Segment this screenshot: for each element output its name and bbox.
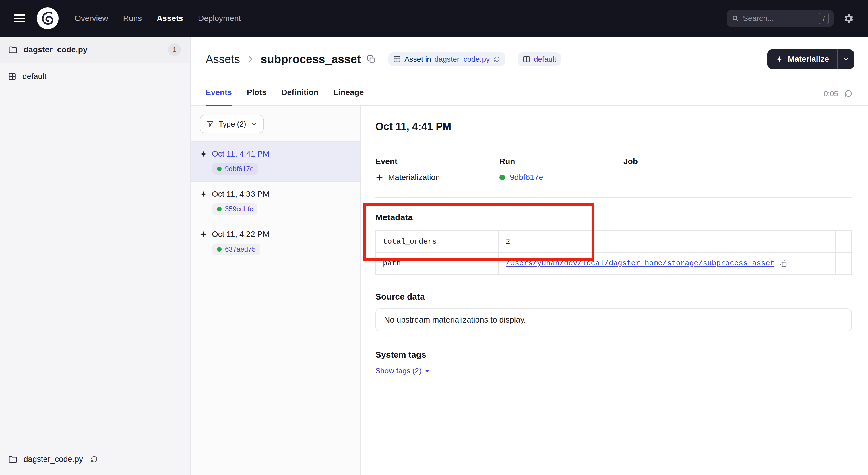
nav-runs[interactable]: Runs [123,14,142,23]
tab-plots[interactable]: Plots [247,88,267,105]
tabs-bar: Events Plots Definition Lineage 0:05 [191,81,868,106]
event-list-item[interactable]: Oct 11, 4:41 PM 9dbf617e [191,142,360,182]
source-data-empty-message: No upstream materializations to display. [375,308,852,331]
run-value: 9dbf617e [499,173,623,182]
reload-code-location-icon[interactable] [90,455,98,464]
filter-bar: Type (2) [191,106,360,142]
materialize-button-group: Materialize [767,50,854,69]
folder-icon [8,45,18,55]
event-item-header: Oct 11, 4:33 PM [200,189,351,199]
tab-events[interactable]: Events [206,88,232,105]
sidebar-item-label: dagster_code.py [24,45,88,54]
nav-overview[interactable]: Overview [74,14,108,23]
materialize-button[interactable]: Materialize [767,50,837,69]
event-detail-title: Oct 11, 4:41 PM [375,121,852,133]
metadata-extra-cell [836,231,851,253]
show-tags-toggle[interactable]: Show tags (2) [375,366,429,375]
tab-lineage[interactable]: Lineage [333,88,364,105]
refresh-icon[interactable] [844,89,853,98]
job-column: Job — [623,157,852,182]
chevron-down-icon [842,56,849,63]
run-id-chip[interactable]: 359cdbfc [212,203,257,215]
run-id-link[interactable]: 637aed75 [225,245,256,253]
run-id-link[interactable]: 9dbf617e [225,165,254,173]
dagster-logo-icon [37,7,59,29]
search-box[interactable]: / [727,10,834,27]
event-timestamp: Oct 11, 4:22 PM [212,230,269,239]
nav-deployment[interactable]: Deployment [198,14,241,23]
event-item-header: Oct 11, 4:41 PM [200,149,351,158]
metadata-value: 2 [499,231,836,253]
source-data-heading: Source data [375,292,852,301]
event-label: Event [375,157,499,166]
menu-icon[interactable] [14,14,25,22]
copy-asset-name-icon[interactable] [367,55,376,64]
folder-icon [8,454,18,464]
metadata-row: total_orders 2 [376,231,851,253]
type-filter-label: Type (2) [219,120,246,129]
search-icon [732,14,739,22]
sidebar-footer-label: dagster_code.py [24,455,83,464]
materialize-label: Materialize [788,55,829,64]
tabs: Events Plots Definition Lineage [206,88,364,105]
type-filter-button[interactable]: Type (2) [200,115,264,133]
search-input[interactable] [743,14,815,23]
sidebar-item-default-group[interactable]: default [0,63,190,90]
chevron-right-icon [246,55,255,64]
sidebar-item-count-badge: 1 [168,43,181,56]
page-title: subprocess_asset [260,53,361,66]
page-header: Assets subprocess_asset Asset in dagster… [191,37,868,69]
main-content: Assets subprocess_asset Asset in dagster… [191,37,868,475]
chip-code-location-link[interactable]: dagster_code.py [435,55,490,64]
caret-down-icon [425,369,429,373]
breadcrumb-assets-link[interactable]: Assets [206,53,240,66]
event-value: Materialization [375,173,499,182]
run-id-chip[interactable]: 637aed75 [212,243,260,255]
metadata-row: path /Users/yuhan/dev/local/dagster_home… [376,253,851,274]
events-list-panel: Type (2) Oct 11, 4:41 PM [191,106,361,475]
main-nav: Overview Runs Assets Deployment [74,14,241,23]
sidebar-item-label: default [22,72,46,81]
run-id-link[interactable]: 359cdbfc [225,205,253,213]
sparkle-icon [775,55,783,63]
metadata-key: total_orders [376,231,499,253]
body: dagster_code.py 1 default dagster_code.p… [0,37,868,475]
event-list-item[interactable]: Oct 11, 4:22 PM 637aed75 [191,222,360,263]
sidebar-footer-code-location[interactable]: dagster_code.py [0,443,190,475]
chip-asset-prefix: Asset in [404,55,431,64]
metadata-path-link[interactable]: /Users/yuhan/dev/local/dagster_home/stor… [506,259,774,268]
sidebar-spacer [0,90,190,443]
reload-definition-icon[interactable] [493,55,501,63]
run-success-dot [217,247,222,251]
job-value: — [623,173,852,182]
nav-assets[interactable]: Assets [157,14,183,23]
sidebar: dagster_code.py 1 default dagster_code.p… [0,37,191,475]
materialization-sparkle-icon [200,190,207,198]
metadata-extra-cell [836,253,851,274]
asset-table-icon [393,55,401,63]
tab-definition[interactable]: Definition [281,88,318,105]
chip-group-label[interactable]: default [534,55,556,64]
search-shortcut-key: / [818,12,829,24]
event-column: Event Materialization [375,157,499,182]
sidebar-item-code-location[interactable]: dagster_code.py 1 [0,37,190,63]
breadcrumb: Assets subprocess_asset Asset in dagster… [206,50,561,69]
run-id-chip[interactable]: 9dbf617e [212,163,258,175]
materialize-dropdown-button[interactable] [837,50,854,69]
run-success-dot [217,207,222,211]
settings-gear-icon[interactable] [843,12,854,24]
materialization-sparkle-icon [200,150,207,158]
event-timestamp: Oct 11, 4:33 PM [212,189,269,199]
metadata-value: /Users/yuhan/dev/local/dagster_home/stor… [499,253,836,274]
copy-path-icon[interactable] [779,259,787,268]
show-tags-label: Show tags (2) [375,366,422,375]
asset-group-chip[interactable]: default [518,52,561,66]
materialization-sparkle-icon [375,174,383,181]
event-list-item[interactable]: Oct 11, 4:33 PM 359cdbfc [191,182,360,222]
event-summary-grid: Event Materialization Run [375,157,852,182]
divider [375,197,852,198]
dagster-app: Overview Runs Assets Deployment / dagste… [0,0,868,475]
refresh-timer: 0:05 [824,89,838,98]
run-id-link[interactable]: 9dbf617e [510,173,544,182]
dagster-logo[interactable] [37,7,59,29]
